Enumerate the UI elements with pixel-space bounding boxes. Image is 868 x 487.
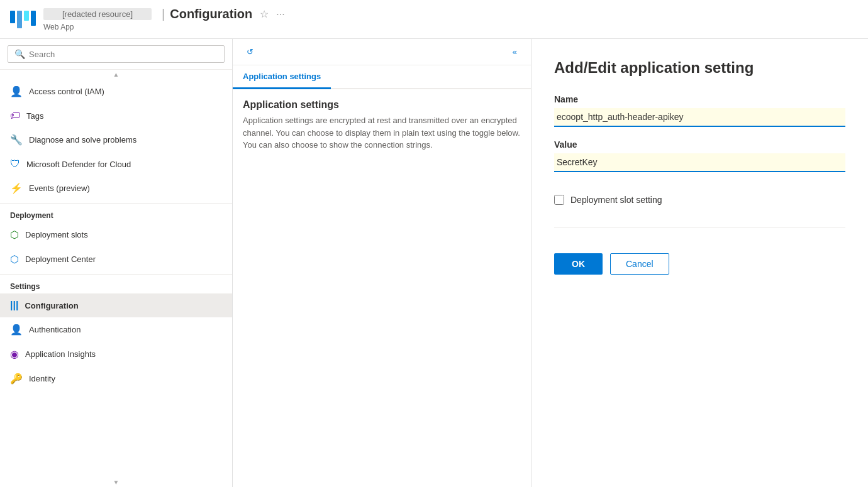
sidebar-label-app-insights: Application Insights xyxy=(25,349,96,359)
sidebar-item-deployment-slots[interactable]: ⬡ Deployment slots xyxy=(0,222,232,247)
topbar-separator: | xyxy=(162,7,165,21)
config-toolbar: ↺ « xyxy=(233,39,531,65)
sidebar-item-defender[interactable]: 🛡 Microsoft Defender for Cloud xyxy=(0,152,232,176)
sidebar-label-authentication: Authentication xyxy=(29,325,81,334)
deployment-section-header: Deployment xyxy=(0,203,232,222)
sidebar-scroll-down: ▼ xyxy=(0,478,232,487)
identity-icon: 🔑 xyxy=(10,373,23,385)
sidebar-item-deployment-center[interactable]: ⬡ Deployment Center xyxy=(0,247,232,271)
sidebar-search-wrap: 🔍 xyxy=(0,39,232,70)
topbar: [redacted resource] | Configuration ☆ ··… xyxy=(0,0,868,39)
sidebar-label-defender: Microsoft Defender for Cloud xyxy=(26,160,131,169)
sidebar-label-configuration: Configuration xyxy=(25,301,78,310)
ok-button[interactable]: OK xyxy=(554,253,603,275)
logo-bar-1 xyxy=(10,11,15,23)
access-control-icon: 👤 xyxy=(10,85,23,97)
value-input[interactable] xyxy=(554,153,845,172)
resource-name: [redacted resource] xyxy=(43,8,152,20)
sidebar-item-events[interactable]: ⚡ Events (preview) xyxy=(0,176,232,200)
sidebar: 🔍 ▲ 👤 Access control (IAM) 🏷 Tags 🔧 Diag… xyxy=(0,39,233,487)
deployment-slot-row: Deployment slot setting xyxy=(554,195,845,205)
sidebar-label-diagnose: Diagnose and solve problems xyxy=(29,135,136,145)
logo-bar-4 xyxy=(31,11,36,26)
app-logo xyxy=(10,11,36,28)
form-divider xyxy=(554,227,845,228)
configuration-icon: ||| xyxy=(10,300,18,311)
settings-section-header: Settings xyxy=(0,274,232,293)
sidebar-item-configuration[interactable]: ||| Configuration xyxy=(0,293,232,317)
diagnose-icon: 🔧 xyxy=(10,134,23,146)
cancel-button[interactable]: Cancel xyxy=(610,253,669,275)
defender-icon: 🛡 xyxy=(10,158,20,170)
button-row: OK Cancel xyxy=(554,253,845,275)
name-input[interactable] xyxy=(554,108,845,127)
name-field-group: Name xyxy=(554,94,845,127)
sidebar-item-access-control[interactable]: 👤 Access control (IAM) xyxy=(0,79,232,104)
collapse-button[interactable]: « xyxy=(506,44,523,60)
deployment-slot-label: Deployment slot setting xyxy=(570,195,662,205)
sidebar-item-tags[interactable]: 🏷 Tags xyxy=(0,104,232,128)
deployment-center-icon: ⬡ xyxy=(10,253,19,265)
sidebar-item-app-insights[interactable]: ◉ Application Insights xyxy=(0,342,232,366)
config-panel: ↺ « Application settings Application set… xyxy=(233,39,531,487)
sidebar-label-events: Events (preview) xyxy=(29,183,90,193)
refresh-icon: ↺ xyxy=(247,47,253,57)
collapse-icon: « xyxy=(513,47,517,57)
sidebar-label-deployment-slots: Deployment slots xyxy=(25,230,88,239)
logo-bar-3 xyxy=(24,11,29,21)
app-insights-icon: ◉ xyxy=(10,348,19,360)
sidebar-search-container[interactable]: 🔍 xyxy=(8,45,225,63)
refresh-button[interactable]: ↺ xyxy=(240,44,260,60)
edit-form-title: Add/Edit application setting xyxy=(554,59,845,77)
value-label: Value xyxy=(554,140,845,150)
sidebar-label-identity: Identity xyxy=(29,374,55,383)
sidebar-item-identity[interactable]: 🔑 Identity xyxy=(0,366,232,391)
page-title: Configuration xyxy=(170,7,252,21)
deployment-slots-icon: ⬡ xyxy=(10,229,19,241)
main-layout: 🔍 ▲ 👤 Access control (IAM) 🏷 Tags 🔧 Diag… xyxy=(0,39,868,487)
resource-type: Web App xyxy=(43,23,285,31)
sidebar-label-tags: Tags xyxy=(26,111,43,121)
search-icon: 🔍 xyxy=(14,49,25,59)
sidebar-item-diagnose[interactable]: 🔧 Diagnose and solve problems xyxy=(0,128,232,152)
name-label: Name xyxy=(554,94,845,104)
config-content: Application settings Application setting… xyxy=(233,89,531,487)
search-input[interactable] xyxy=(29,50,218,59)
sidebar-label-access-control: Access control (IAM) xyxy=(29,87,104,96)
logo-bar-2 xyxy=(17,11,22,28)
sidebar-scroll-up: ▲ xyxy=(0,70,232,79)
topbar-title-row: [redacted resource] | Configuration ☆ ··… xyxy=(43,7,285,21)
sidebar-items: 👤 Access control (IAM) 🏷 Tags 🔧 Diagnose… xyxy=(0,79,232,478)
events-icon: ⚡ xyxy=(10,182,23,194)
edit-panel: Add/Edit application setting Name Value … xyxy=(531,39,868,487)
config-section-title: Application settings xyxy=(243,99,521,111)
deployment-slot-checkbox[interactable] xyxy=(554,195,564,205)
more-options-icon[interactable]: ··· xyxy=(276,9,284,20)
authentication-icon: 👤 xyxy=(10,324,23,336)
tab-application-settings[interactable]: Application settings xyxy=(233,65,331,89)
content-area: ↺ « Application settings Application set… xyxy=(233,39,868,487)
sidebar-item-authentication[interactable]: 👤 Authentication xyxy=(0,317,232,342)
config-section-desc: Application settings are encrypted at re… xyxy=(243,114,521,151)
favorite-icon[interactable]: ☆ xyxy=(260,8,269,20)
topbar-left: [redacted resource] | Configuration ☆ ··… xyxy=(43,7,285,31)
value-field-group: Value xyxy=(554,140,845,172)
tags-icon: 🏷 xyxy=(10,110,20,121)
config-tabs: Application settings xyxy=(233,65,531,89)
sidebar-label-deployment-center: Deployment Center xyxy=(25,254,96,264)
